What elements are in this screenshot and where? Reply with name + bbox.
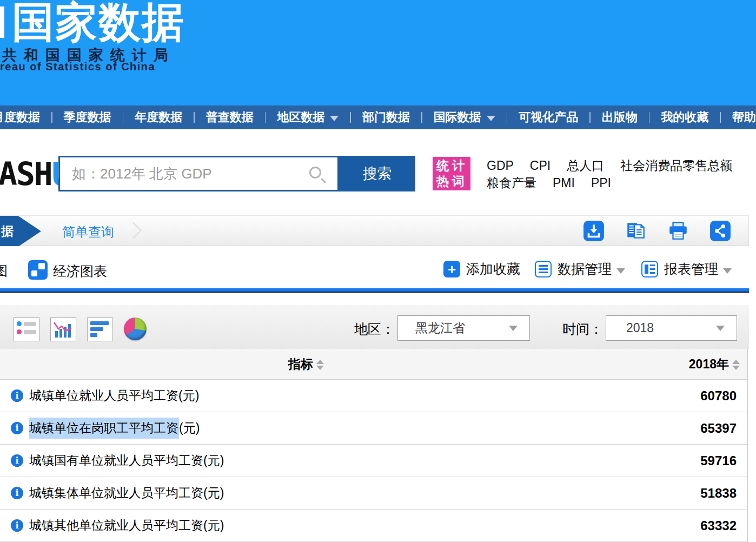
print-icon[interactable]: [667, 220, 689, 242]
selected-text: 城镇单位在岗职工平均工资: [29, 418, 179, 439]
hot-word-population[interactable]: 总人口: [567, 157, 604, 174]
nav-separator: [507, 112, 508, 123]
time-label: 时间：: [562, 320, 603, 338]
nav-item-census[interactable]: 普查数据: [206, 109, 254, 125]
indicator-label-suffix: (元): [179, 421, 200, 435]
indicator-label: 城镇国有单位就业人员平均工资(元): [29, 452, 224, 469]
nav-item-visualization[interactable]: 可视化产品: [519, 109, 578, 125]
download-icon[interactable]: [583, 220, 605, 242]
indicator-value: 65397: [700, 421, 747, 436]
search-icon: [309, 167, 321, 179]
nav-item-regional[interactable]: 地区数据: [277, 109, 339, 125]
nav-item-monthly[interactable]: 月度数据: [0, 109, 40, 125]
report-manage-icon[interactable]: [641, 261, 658, 277]
nav-item-annual[interactable]: 年度数据: [135, 109, 182, 125]
nav-item-department[interactable]: 部门数据: [362, 109, 410, 125]
add-favorite-icon[interactable]: +: [443, 261, 460, 277]
nav-separator: [51, 112, 52, 123]
hot-word-cpi[interactable]: CPI: [530, 158, 551, 173]
view-toolbar: 地区： 黑龙江省 时间： 2018: [0, 305, 749, 349]
region-select[interactable]: 黑龙江省: [397, 315, 530, 341]
indicator-value: 51838: [700, 486, 747, 501]
economic-chart-tab[interactable]: 经济图表: [53, 262, 107, 280]
search-input[interactable]: [60, 157, 337, 190]
nav-separator: [720, 112, 721, 123]
add-favorite-button[interactable]: 添加收藏: [466, 260, 520, 278]
nav-item-favorites[interactable]: 我的收藏: [661, 109, 708, 125]
logo-emblem-cut: [0, 6, 4, 38]
info-icon[interactable]: i: [11, 422, 23, 434]
hot-word-retail[interactable]: 社会消费品零售总额: [620, 157, 732, 174]
hot-words-badge: 统计 热词: [433, 157, 470, 190]
nav-item-international[interactable]: 国际数据: [434, 109, 495, 125]
period-header: 2018年: [689, 357, 729, 371]
table-row[interactable]: i 城镇单位在岗职工平均工资(元) 65397: [0, 412, 747, 445]
data-manage-button[interactable]: 数据管理: [558, 260, 612, 278]
active-tab-divider: [0, 288, 749, 293]
data-table: 指标 2018年 i 城镇单位就业人员平均工资(元) 60780 i 城镇单位在…: [0, 349, 748, 542]
table-header: 指标 2018年: [0, 349, 747, 380]
hot-word-pmi[interactable]: PMI: [553, 176, 575, 190]
indicator-label: 城镇其他单位就业人员平均工资(元): [29, 517, 224, 534]
bar-chart-view-icon[interactable]: [87, 318, 113, 341]
line-chart-view-icon[interactable]: [50, 318, 76, 341]
logo-text-black: ASH: [0, 156, 52, 193]
nav-separator: [350, 112, 351, 123]
nav-item-label: 地区数据: [277, 109, 324, 125]
sort-icon[interactable]: [316, 359, 324, 370]
chevron-down-icon: [487, 116, 495, 121]
page: 国家数据 共和国国家统计局 reau of Statistics of Chin…: [0, 0, 756, 542]
info-icon[interactable]: i: [11, 454, 23, 467]
subnav-row: 图 经济图表 + 添加收藏 数据管理 报表管理: [0, 246, 749, 288]
info-icon[interactable]: i: [11, 519, 23, 532]
hot-words: GDP CPI 总人口 社会消费品零售总额 粮食产量 PMI PPI: [487, 157, 732, 191]
breadcrumb-current[interactable]: 简单查询: [62, 223, 114, 241]
list-view-icon[interactable]: [14, 318, 39, 341]
time-select[interactable]: 2018: [606, 315, 737, 341]
hot-word-gdp[interactable]: GDP: [487, 158, 514, 173]
site-subtitle-en: reau of Statistics of China: [0, 61, 155, 73]
search-button[interactable]: 搜索: [339, 156, 415, 191]
share-icon[interactable]: [709, 220, 731, 242]
table-row[interactable]: i 城镇其他单位就业人员平均工资(元) 63332: [0, 510, 747, 542]
copy-icon[interactable]: [625, 220, 647, 242]
indicator-label: 城镇集体单位就业人员平均工资(元): [29, 485, 224, 501]
hot-badge-line1: 统计: [436, 158, 470, 174]
hot-word-grain[interactable]: 粮食产量: [487, 175, 536, 191]
table-row[interactable]: i 城镇单位就业人员平均工资(元) 60780: [0, 380, 747, 412]
nav-separator: [649, 112, 650, 123]
site-title: 国家数据: [12, 0, 185, 51]
pie-chart-view-icon[interactable]: [124, 318, 147, 340]
nav-item-quarterly[interactable]: 季度数据: [64, 109, 111, 125]
main-nav: 月度数据 季度数据 年度数据 普查数据 地区数据 部门数据 国际数据 可视化产品…: [0, 105, 756, 129]
hot-badge-line2: 热词: [436, 174, 470, 189]
nav-item-help[interactable]: 帮助: [732, 109, 756, 125]
chevron-down-icon: [509, 326, 518, 331]
indicator-value: 63332: [700, 518, 747, 533]
nav-item-publications[interactable]: 出版物: [602, 109, 638, 125]
nav-separator: [421, 112, 422, 123]
nav-separator: [589, 112, 591, 123]
table-row[interactable]: i 城镇集体单位就业人员平均工资(元) 51838: [0, 477, 747, 510]
data-manage-icon[interactable]: [535, 261, 552, 277]
economic-chart-icon[interactable]: [28, 260, 48, 280]
table-row[interactable]: i 城镇国有单位就业人员平均工资(元) 59716: [0, 445, 747, 477]
nav-item-label: 国际数据: [434, 109, 481, 125]
report-manage-button[interactable]: 报表管理: [664, 260, 718, 278]
indicator-value: 59716: [700, 453, 747, 468]
search-section: ASH U 搜索 统计 热词 GDP CPI 总人口 社会消费品零售总额 粮食产…: [0, 156, 756, 194]
cut-tab-label[interactable]: 图: [0, 262, 8, 280]
sort-icon[interactable]: [732, 359, 740, 370]
chevron-down-icon[interactable]: [616, 268, 625, 274]
chevron-right-icon: [125, 222, 142, 239]
chevron-down-icon: [330, 116, 339, 121]
nav-separator: [123, 112, 124, 123]
info-icon[interactable]: i: [11, 487, 23, 499]
breadcrumb-active-tab[interactable]: 据: [0, 216, 41, 247]
chevron-down-icon[interactable]: [723, 268, 732, 274]
info-icon[interactable]: i: [11, 389, 23, 402]
region-label: 地区：: [354, 320, 395, 338]
hot-word-ppi[interactable]: PPI: [591, 176, 611, 190]
indicator-value: 60780: [700, 388, 747, 404]
site-banner: 国家数据 共和国国家统计局 reau of Statistics of Chin…: [0, 0, 756, 105]
